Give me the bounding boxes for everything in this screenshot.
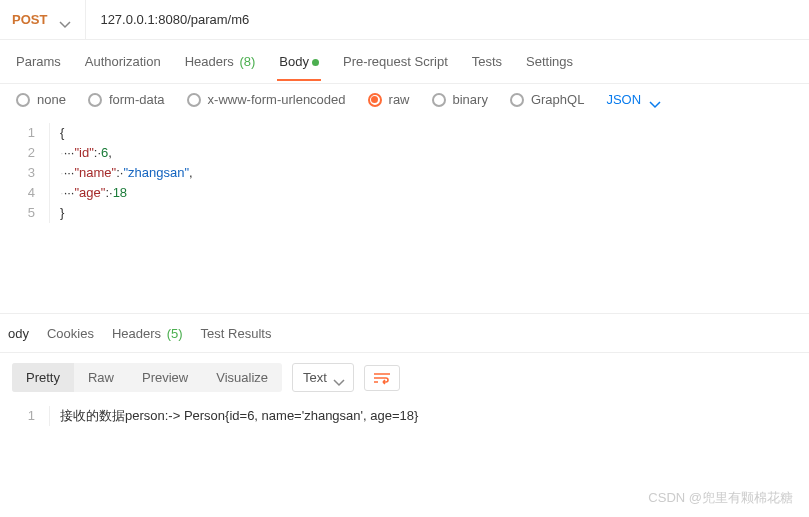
line-number: 3: [0, 163, 50, 183]
wrap-lines-button[interactable]: [364, 365, 400, 391]
url-input[interactable]: 127.0.0.1:8080/param/m6: [86, 12, 809, 27]
tab-settings[interactable]: Settings: [516, 44, 583, 79]
response-tab-cookies[interactable]: Cookies: [47, 316, 94, 351]
tab-tests[interactable]: Tests: [462, 44, 512, 79]
body-raw-radio[interactable]: raw: [368, 92, 410, 107]
body-graphql-radio[interactable]: GraphQL: [510, 92, 584, 107]
tab-headers[interactable]: Headers (8): [175, 44, 266, 79]
method-label: POST: [12, 12, 47, 27]
tab-prerequest[interactable]: Pre-request Script: [333, 44, 458, 79]
body-formdata-radio[interactable]: form-data: [88, 92, 165, 107]
wrap-icon: [373, 371, 391, 385]
response-body-viewer[interactable]: 1接收的数据person:-> Person{id=6, name='zhang…: [0, 402, 809, 430]
response-format-dropdown[interactable]: Text: [292, 363, 354, 392]
body-binary-radio[interactable]: binary: [432, 92, 488, 107]
line-number: 2: [0, 143, 50, 163]
modified-dot-icon: [312, 59, 319, 66]
response-tabs: ody Cookies Headers (5) Test Results: [0, 313, 809, 353]
chevron-down-icon: [649, 97, 659, 103]
tab-params[interactable]: Params: [6, 44, 71, 79]
response-tab-headers[interactable]: Headers (5): [112, 316, 183, 351]
line-number: 4: [0, 183, 50, 203]
response-toolbar: Pretty Raw Preview Visualize Text: [0, 353, 809, 402]
request-tabs: Params Authorization Headers (8) Body Pr…: [0, 40, 809, 84]
view-visualize-button[interactable]: Visualize: [202, 363, 282, 392]
line-number: 1: [0, 406, 50, 426]
body-xwww-radio[interactable]: x-www-form-urlencoded: [187, 92, 346, 107]
line-number: 1: [0, 123, 50, 143]
response-line: 接收的数据person:-> Person{id=6, name='zhangs…: [50, 406, 418, 426]
chevron-down-icon: [333, 375, 343, 381]
chevron-down-icon: [59, 17, 69, 23]
response-tab-body[interactable]: ody: [8, 316, 29, 351]
body-format-dropdown[interactable]: JSON: [606, 92, 659, 107]
body-type-options: none form-data x-www-form-urlencoded raw…: [0, 84, 809, 119]
watermark: CSDN @兜里有颗棉花糖: [648, 489, 793, 507]
method-dropdown[interactable]: POST: [0, 0, 86, 39]
tab-body[interactable]: Body: [269, 44, 329, 79]
view-preview-button[interactable]: Preview: [128, 363, 202, 392]
body-none-radio[interactable]: none: [16, 92, 66, 107]
response-tab-tests[interactable]: Test Results: [201, 316, 272, 351]
view-mode-group: Pretty Raw Preview Visualize: [12, 363, 282, 392]
request-body-editor[interactable]: 1{ 2····"id":·6, 3····"name":·"zhangsan"…: [0, 119, 809, 227]
tab-authorization[interactable]: Authorization: [75, 44, 171, 79]
view-raw-button[interactable]: Raw: [74, 363, 128, 392]
view-pretty-button[interactable]: Pretty: [12, 363, 74, 392]
line-number: 5: [0, 203, 50, 223]
